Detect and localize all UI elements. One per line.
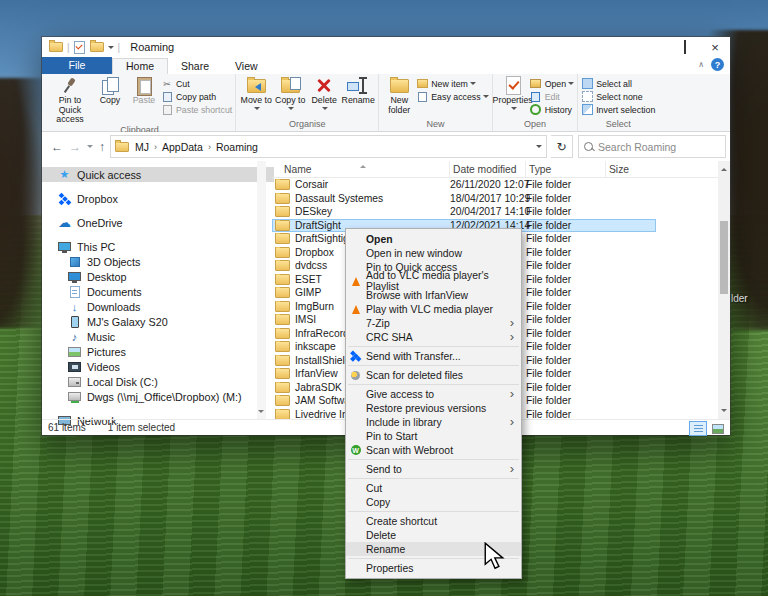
file-row[interactable]: Corsair26/11/2020 12:07File folder bbox=[272, 178, 656, 192]
scrollbar-thumb[interactable] bbox=[720, 221, 728, 294]
rename-button[interactable]: Rename bbox=[341, 74, 375, 106]
menu-item-create-shortcut[interactable]: Create shortcut bbox=[346, 514, 521, 528]
sidebar-item-desktop[interactable]: Desktop bbox=[42, 269, 272, 284]
paste-button[interactable]: Paste bbox=[127, 74, 161, 106]
tab-home[interactable]: Home bbox=[112, 58, 168, 74]
copy-path-button[interactable]: Copy path bbox=[161, 90, 232, 103]
easy-access-button[interactable]: Easy access bbox=[416, 90, 488, 103]
new-folder-button[interactable]: New folder bbox=[382, 74, 416, 115]
column-header-size[interactable]: Size bbox=[606, 161, 658, 177]
address-box[interactable]: MJ › AppData › Roaming bbox=[110, 135, 547, 158]
sidebar-item-downloads[interactable]: Downloads bbox=[42, 299, 272, 314]
breadcrumb-item[interactable]: AppData bbox=[162, 141, 203, 153]
paste-icon bbox=[132, 76, 156, 95]
scroll-down-icon[interactable] bbox=[721, 409, 727, 415]
menu-item-pin-to-start[interactable]: Pin to Start bbox=[346, 429, 521, 443]
sidebar-item-this-pc[interactable]: This PC bbox=[42, 239, 272, 254]
qat-customize-chevron-icon[interactable] bbox=[108, 46, 114, 52]
search-box[interactable]: Search Roaming bbox=[578, 135, 726, 158]
menu-separator bbox=[348, 478, 519, 479]
details-view-button[interactable] bbox=[689, 421, 707, 436]
tab-share[interactable]: Share bbox=[168, 58, 222, 74]
sidebar-item-local-disk-c[interactable]: Local Disk (C:) bbox=[42, 374, 272, 389]
tab-file[interactable]: File bbox=[42, 57, 112, 74]
address-dropdown-icon[interactable] bbox=[536, 145, 542, 151]
new-item-button[interactable]: New item bbox=[416, 77, 488, 90]
sidebar-item-galaxy-s20[interactable]: MJ's Galaxy S20 bbox=[42, 314, 272, 329]
sidebar-item-dropbox[interactable]: Dropbox bbox=[42, 191, 272, 206]
menu-separator bbox=[348, 384, 519, 385]
history-button[interactable]: History bbox=[530, 103, 575, 116]
sidebar-item-onedrive[interactable]: OneDrive bbox=[42, 215, 272, 230]
menu-item-send-to[interactable]: Send to bbox=[346, 462, 521, 476]
menu-item-copy[interactable]: Copy bbox=[346, 495, 521, 509]
menu-item-give-access-to[interactable]: Give access to bbox=[346, 387, 521, 401]
breadcrumb-item[interactable]: Roaming bbox=[216, 141, 258, 153]
column-header-name[interactable]: Name bbox=[272, 161, 450, 177]
scroll-up-icon[interactable] bbox=[721, 165, 727, 171]
menu-item-delete[interactable]: Delete bbox=[346, 528, 521, 542]
sidebar-scrollbar[interactable] bbox=[257, 161, 266, 419]
breadcrumb-item[interactable]: MJ bbox=[135, 141, 149, 153]
title-bar[interactable]: | | Roaming × bbox=[42, 37, 730, 57]
menu-item-cut[interactable]: Cut bbox=[346, 481, 521, 495]
menu-item-browse-with-irfanview[interactable]: Browse with IrfanView bbox=[346, 288, 521, 302]
menu-item-scan-with-webroot[interactable]: Scan with Webroot bbox=[346, 443, 521, 457]
menu-item-send-with-transfer[interactable]: Send with Transfer... bbox=[346, 349, 521, 363]
edit-button[interactable]: Edit bbox=[530, 90, 575, 103]
menu-item-open-in-new-window[interactable]: Open in new window bbox=[346, 246, 521, 260]
refresh-button[interactable]: ↻ bbox=[551, 135, 573, 158]
menu-item-open[interactable]: Open bbox=[346, 232, 521, 246]
file-row[interactable]: Dassault Systemes18/04/2017 10:29File fo… bbox=[272, 192, 656, 206]
forward-icon[interactable]: → bbox=[69, 140, 81, 154]
menu-item-scan-for-deleted-files[interactable]: Scan for deleted files bbox=[346, 368, 521, 382]
sidebar-item-3d-objects[interactable]: 3D Objects bbox=[42, 254, 272, 269]
select-all-button[interactable]: Select all bbox=[581, 77, 655, 90]
maximize-button[interactable] bbox=[670, 37, 700, 57]
history-icon bbox=[530, 104, 542, 115]
file-list-scrollbar[interactable] bbox=[718, 161, 730, 419]
sidebar-item-pictures[interactable]: Pictures bbox=[42, 344, 272, 359]
qat-properties-icon[interactable] bbox=[74, 41, 85, 54]
minimize-button[interactable] bbox=[640, 37, 670, 57]
sidebar-item-quick-access[interactable]: Quick access bbox=[42, 167, 274, 182]
menu-item-add-to-vlc-playlist[interactable]: Add to VLC media player's Playlist bbox=[346, 274, 521, 288]
sidebar-item-music[interactable]: Music bbox=[42, 329, 272, 344]
file-row[interactable]: DESkey20/04/2017 14:10File folder bbox=[272, 205, 656, 219]
breadcrumb-separator-icon: › bbox=[208, 142, 211, 152]
scroll-down-icon[interactable] bbox=[258, 410, 264, 416]
group-label-organise: Organise bbox=[239, 119, 375, 131]
menu-item-include-in-library[interactable]: Include in library bbox=[346, 415, 521, 429]
picture-icon bbox=[68, 346, 81, 358]
column-header-date-modified[interactable]: Date modified bbox=[450, 161, 526, 177]
sidebar-item-dwgs-drive[interactable]: Dwgs (\\mj_Office\Dropbox) (M:) bbox=[42, 389, 272, 404]
move-to-button[interactable]: Move to bbox=[239, 74, 273, 112]
sidebar-item-videos[interactable]: Videos bbox=[42, 359, 272, 374]
select-none-button[interactable]: Select none bbox=[581, 90, 655, 103]
paste-shortcut-button[interactable]: Paste shortcut bbox=[161, 103, 232, 116]
menu-item-restore-previous-versions[interactable]: Restore previous versions bbox=[346, 401, 521, 415]
ribbon-group-select: Select all Select none Invert selection … bbox=[578, 74, 658, 131]
history-chevron-icon[interactable] bbox=[87, 145, 93, 151]
copy-to-button[interactable]: Copy to bbox=[273, 74, 307, 112]
properties-button[interactable]: Properties bbox=[496, 74, 530, 112]
tab-view[interactable]: View bbox=[222, 58, 271, 74]
open-button[interactable]: Open bbox=[530, 77, 575, 90]
close-button[interactable]: × bbox=[700, 37, 730, 57]
back-icon[interactable]: ← bbox=[51, 140, 63, 154]
pin-to-quick-access-button[interactable]: Pin to Quick access bbox=[47, 74, 93, 125]
sidebar-item-documents[interactable]: Documents bbox=[42, 284, 272, 299]
collapse-ribbon-icon[interactable]: ∧ bbox=[698, 60, 704, 69]
copy-button[interactable]: Copy bbox=[93, 74, 127, 106]
help-icon[interactable] bbox=[711, 58, 724, 71]
invert-selection-button[interactable]: Invert selection bbox=[581, 103, 655, 116]
menu-item-7zip[interactable]: 7-Zip bbox=[346, 316, 521, 330]
menu-item-play-with-vlc[interactable]: Play with VLC media player bbox=[346, 302, 521, 316]
column-header-type[interactable]: Type bbox=[526, 161, 606, 177]
cut-button[interactable]: Cut bbox=[161, 77, 232, 90]
large-icons-view-button[interactable] bbox=[709, 421, 727, 436]
delete-button[interactable]: Delete bbox=[307, 74, 341, 112]
qat-newfolder-icon[interactable] bbox=[90, 42, 104, 52]
up-icon[interactable]: ↑ bbox=[99, 140, 105, 154]
menu-item-crc-sha[interactable]: CRC SHA bbox=[346, 330, 521, 344]
